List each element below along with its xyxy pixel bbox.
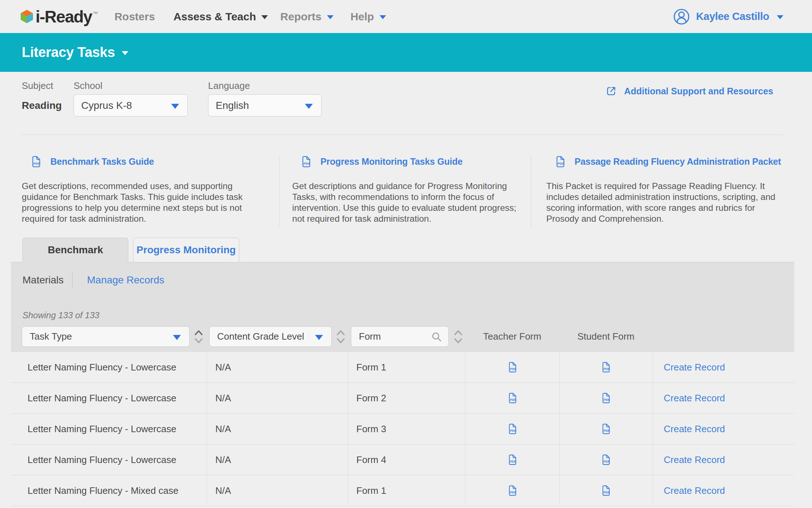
sort-descending-icon[interactable]	[337, 339, 344, 343]
cell-form: Form 1	[348, 475, 465, 506]
chevron-down-icon	[380, 15, 386, 19]
sort-task-type-control[interactable]	[194, 328, 203, 346]
cell-student-form	[559, 414, 652, 444]
pdf-icon	[555, 156, 566, 168]
cell-action: Create Record	[652, 352, 794, 382]
page-title-dropdown-icon[interactable]	[122, 51, 128, 55]
tab-progress-monitoring[interactable]: Progress Monitoring	[133, 238, 239, 262]
subject-label: Subject	[22, 80, 53, 91]
tab-bar: Benchmark Progress Monitoring	[22, 238, 812, 262]
top-navigation-bar: i-Ready™ Rosters Assess & Teach Reports …	[0, 0, 812, 33]
sort-ascending-icon[interactable]	[195, 331, 202, 335]
student-form-pdf-icon[interactable]	[601, 423, 611, 434]
teacher-form-pdf-icon[interactable]	[508, 454, 517, 465]
brand-wordmark: i-Ready™	[36, 7, 97, 26]
chevron-down-icon	[315, 335, 323, 340]
cell-teacher-form	[465, 383, 559, 413]
sort-content-grade-level-control[interactable]	[336, 328, 345, 346]
student-form-pdf-icon[interactable]	[601, 362, 611, 373]
student-form-pdf-icon[interactable]	[601, 485, 611, 496]
column-header-teacher-form: Teacher Form	[465, 331, 559, 342]
external-link-icon	[606, 86, 617, 97]
cell-task-type: Letter Naming Fluency - Lowercase	[11, 444, 207, 475]
chevron-down-icon	[173, 335, 181, 340]
trademark-symbol: ™	[93, 11, 98, 16]
cell-student-form	[559, 475, 652, 506]
additional-support-link[interactable]: Additional Support and Resources	[606, 86, 773, 97]
guides-section: Benchmark Tasks Guide Get descriptions, …	[0, 135, 812, 227]
guide-passage-reading-fluency: Passage Reading Fluency Administration P…	[531, 156, 812, 227]
sort-ascending-icon[interactable]	[455, 331, 461, 335]
iready-logo[interactable]: i-Ready™	[21, 7, 97, 26]
progress-monitoring-tasks-guide-link[interactable]: Progress Monitoring Tasks Guide	[292, 156, 520, 168]
create-record-link[interactable]: Create Record	[664, 485, 725, 496]
search-icon	[431, 331, 442, 342]
create-record-link[interactable]: Create Record	[664, 454, 725, 466]
guide-description: Get descriptions, recommended uses, and …	[22, 181, 256, 224]
guide-title: Benchmark Tasks Guide	[50, 156, 154, 167]
sort-form-control[interactable]	[453, 328, 463, 346]
school-label: School	[74, 80, 103, 91]
materials-table: Letter Naming Fluency - Lowercase N/A Fo…	[11, 352, 794, 506]
cell-form: Form 4	[348, 444, 465, 475]
teacher-form-pdf-icon[interactable]	[508, 362, 517, 373]
create-record-link[interactable]: Create Record	[664, 393, 725, 404]
cell-student-form	[559, 444, 652, 475]
table-row: Letter Naming Fluency - Lowercase N/A Fo…	[11, 383, 794, 414]
sort-descending-icon[interactable]	[195, 339, 202, 343]
chevron-down-icon	[171, 104, 179, 109]
form-search-input[interactable]: Form	[351, 326, 449, 347]
language-label: Language	[208, 80, 250, 91]
student-form-pdf-icon[interactable]	[601, 393, 611, 403]
content-grade-level-filter-select[interactable]: Content Grade Level	[209, 326, 332, 347]
nav-item-reports[interactable]: Reports	[280, 11, 333, 23]
guide-benchmark-tasks: Benchmark Tasks Guide Get descriptions, …	[0, 156, 279, 227]
student-form-pdf-icon[interactable]	[601, 454, 611, 465]
subtab-manage-records[interactable]: Manage Records	[87, 274, 164, 286]
subtab-divider	[72, 272, 72, 288]
avatar-icon	[673, 8, 690, 25]
cell-form: Form 2	[348, 383, 465, 413]
task-type-filter-select[interactable]: Task Type	[22, 326, 190, 347]
showing-count: Showing 133 of 133	[22, 310, 99, 320]
language-select[interactable]: English	[208, 94, 322, 116]
teacher-form-pdf-icon[interactable]	[508, 423, 517, 434]
nav-item-help[interactable]: Help	[351, 11, 386, 23]
benchmark-tasks-guide-link[interactable]: Benchmark Tasks Guide	[22, 156, 268, 168]
user-name: Kaylee Castillo	[696, 11, 769, 22]
chevron-down-icon	[777, 15, 783, 19]
nav-label: Assess & Teach	[173, 11, 256, 23]
chevron-down-icon	[261, 15, 268, 19]
create-record-link[interactable]: Create Record	[664, 423, 725, 435]
guide-title: Passage Reading Fluency Administration P…	[575, 156, 781, 167]
page-title: Literacy Tasks	[22, 45, 115, 60]
cell-teacher-form	[465, 475, 559, 506]
nav-item-assess-and-teach[interactable]: Assess & Teach	[173, 11, 268, 23]
sort-descending-icon[interactable]	[455, 339, 461, 343]
nav-label: Rosters	[115, 11, 155, 23]
filters-section: Subject School Language Reading Cyprus K…	[0, 72, 812, 135]
nav-item-rosters[interactable]: Rosters	[115, 11, 155, 23]
cell-task-type: Letter Naming Fluency - Mixed case	[11, 475, 207, 506]
table-row: Letter Naming Fluency - Lowercase N/A Fo…	[11, 414, 794, 444]
cell-content-grade-level: N/A	[207, 475, 348, 506]
page-header-banner: Literacy Tasks	[0, 33, 812, 72]
teacher-form-pdf-icon[interactable]	[508, 485, 517, 496]
teacher-form-pdf-icon[interactable]	[508, 393, 517, 403]
cell-action: Create Record	[652, 383, 794, 413]
iready-cube-icon	[21, 10, 33, 23]
school-select[interactable]: Cyprus K-8	[74, 94, 188, 116]
user-menu[interactable]: Kaylee Castillo	[673, 8, 783, 25]
cell-action: Create Record	[652, 444, 794, 475]
subtab-materials[interactable]: Materials	[22, 274, 64, 286]
pdf-icon	[301, 156, 311, 168]
pdf-icon	[31, 156, 41, 168]
passage-reading-fluency-packet-link[interactable]: Passage Reading Fluency Administration P…	[546, 156, 783, 168]
guide-description: This Packet is required for Passage Read…	[546, 181, 778, 224]
sort-ascending-icon[interactable]	[337, 331, 344, 335]
cell-teacher-form	[465, 444, 559, 475]
tab-benchmark[interactable]: Benchmark	[22, 238, 128, 262]
nav-label: Help	[351, 11, 374, 23]
create-record-link[interactable]: Create Record	[664, 362, 725, 373]
table-row: Letter Naming Fluency - Mixed case N/A F…	[11, 475, 794, 506]
